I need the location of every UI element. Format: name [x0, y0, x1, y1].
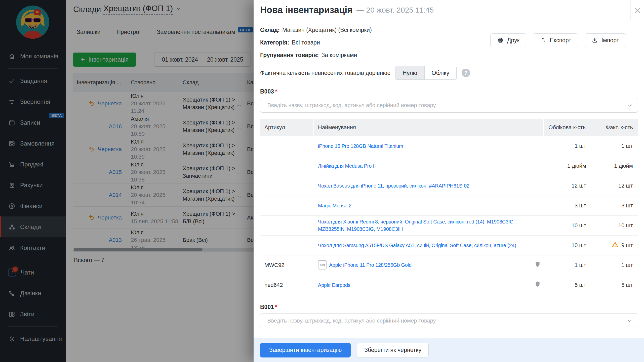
column-header[interactable]: Артикул — [260, 119, 314, 136]
toggle-option-Нулю[interactable]: Нулю — [395, 66, 424, 79]
close-icon — [634, 7, 641, 14]
product-link[interactable]: iPhone 15 Pro 128GB Natural Titanium — [318, 143, 403, 149]
product-name-cell: Magic Mouse 2 — [314, 202, 544, 209]
product-link[interactable]: Чохол для Xiaomi Redmi 8, червоний, Orig… — [318, 219, 515, 232]
export-button[interactable]: Експорт — [533, 33, 578, 47]
shield-icon — [534, 261, 541, 269]
column-header[interactable]: Облікова к-сть — [544, 119, 591, 136]
account-qty-cell: 1 дюйм — [544, 163, 591, 169]
fact-qty-value: 1 шт — [621, 262, 633, 268]
fact-qty-value: 3 шт — [621, 202, 633, 209]
button-label: Імпорт — [601, 37, 619, 44]
new-inventory-modal: Нова інвентаризація — 20 жовт. 2025 11:4… — [254, 0, 644, 362]
fact-qty-cell: 10 шт — [591, 222, 638, 229]
modal-footer: Завершити інвентаризацію Зберегти як чер… — [254, 338, 644, 362]
fact-qty-value: 12 шт — [618, 183, 633, 189]
fact-qty-value: 1 дюйм — [614, 163, 633, 169]
column-header[interactable]: Факт. к-сть — [591, 119, 638, 136]
account-qty-cell: 10 шт — [544, 222, 591, 229]
save-draft-button[interactable]: Зберегти як чернетку — [357, 343, 429, 357]
modal-title: Нова інвентаризація — [260, 5, 352, 15]
close-button[interactable] — [630, 0, 644, 20]
product-search-b003 — [260, 98, 638, 113]
modal-header: Нова інвентаризація — 20 жовт. 2025 11:4… — [254, 0, 644, 20]
product-link[interactable]: Apple iPhone 11 Pro 128/256Gb Gold — [329, 262, 412, 268]
product-name-cell: iPhone 15 Pro 128GB Natural Titanium — [314, 143, 544, 150]
fact-quantity-row: Фактична кількість невнесених товарів до… — [260, 66, 638, 80]
fact-qty-value: 9 шт — [621, 242, 633, 249]
fact-qty-cell: 1 шт — [591, 262, 638, 268]
modal-body: ДрукЕкспортІмпорт Склад:Магазин (Хрещати… — [254, 26, 644, 328]
product-row[interactable]: Чохол для Samsung A515F/DS Galaxy A51, с… — [260, 236, 638, 255]
import-icon — [591, 37, 598, 43]
fact-qty-cell: 1 шт — [591, 143, 638, 149]
info-line: Групування товарів:За комірками — [260, 52, 638, 59]
modal-datetime: — 20 жовт. 2025 11:45 — [356, 6, 434, 14]
account-qty-cell: 1 шт — [544, 262, 591, 268]
section-b003-title: B003* — [260, 88, 638, 95]
info-value: Всі товари — [292, 39, 320, 46]
section-b001-title: B001* — [260, 304, 638, 310]
toggle-option-Обліку[interactable]: Обліку — [424, 66, 456, 79]
warning-icon — [611, 241, 619, 250]
products-table: АртикулНайменуванняОблікова к-стьФакт. к… — [260, 119, 638, 295]
fact-quantity-toggle: НулюОбліку — [395, 66, 457, 80]
info-label: Склад: — [260, 27, 280, 33]
fact-quantity-label: Фактична кількість невнесених товарів до… — [260, 70, 390, 76]
info-value: Магазин (Хрещатик) (Всі комірки) — [282, 27, 372, 33]
finish-inventory-button[interactable]: Завершити інвентаризацію — [260, 343, 351, 357]
product-name-cell: Лінійка для Medusa Pro II — [314, 162, 544, 170]
product-name-cell: Чохол для Xiaomi Redmi 8, червоний, Orig… — [314, 218, 544, 233]
account-qty-cell: 1 шт — [544, 143, 591, 149]
export-icon — [540, 37, 546, 43]
column-header[interactable]: Найменування — [314, 119, 544, 136]
fact-qty-cell: 9 шт — [591, 241, 638, 250]
required-mark: * — [275, 88, 277, 95]
product-row[interactable]: Лінійка для Medusa Pro II1 дюйм1 дюйм — [260, 156, 638, 176]
product-link[interactable]: Magic Mouse 2 — [318, 203, 351, 208]
product-row[interactable]: Magic Mouse 23 шт3 шт — [260, 196, 638, 216]
product-row[interactable]: iPhone 15 Pro 128GB Natural Titanium1 шт… — [260, 136, 638, 156]
import-button[interactable]: Імпорт — [585, 33, 626, 47]
sku-cell: hed642 — [260, 282, 314, 288]
account-qty-cell: 10 шт — [544, 242, 591, 249]
product-row[interactable]: hed642Apple Earpods5 шт5 шт — [260, 275, 638, 295]
help-icon[interactable]: ? — [462, 69, 470, 77]
product-row[interactable]: Чохол для Xiaomi Redmi 8, червоний, Orig… — [260, 216, 638, 236]
product-name-cell: SNApple iPhone 11 Pro 128/256Gb Gold — [314, 261, 544, 270]
account-qty-cell: 5 шт — [544, 282, 591, 288]
print-icon — [497, 37, 504, 43]
product-row[interactable]: MWC92SNApple iPhone 11 Pro 128/256Gb Gol… — [260, 255, 638, 275]
product-name-cell: Чохол для Samsung A515F/DS Galaxy A51, с… — [314, 242, 544, 249]
shield-icon — [534, 281, 541, 289]
button-label: Друк — [507, 37, 520, 44]
product-row[interactable]: Чохол Baseus для iPhone 11, прозорий, си… — [260, 176, 638, 196]
fact-qty-value: 5 шт — [621, 282, 633, 288]
products-header-row: АртикулНайменуванняОблікова к-стьФакт. к… — [260, 119, 638, 136]
product-search-input[interactable] — [260, 313, 638, 328]
product-link[interactable]: Чохол для Samsung A515F/DS Galaxy A51, с… — [318, 243, 516, 248]
info-line: Склад:Магазин (Хрещатик) (Всі комірки) — [260, 26, 638, 33]
info-label: Категорія: — [260, 39, 289, 46]
button-label: Експорт — [550, 37, 571, 44]
print-button[interactable]: Друк — [490, 33, 527, 47]
fact-qty-value: 10 шт — [618, 222, 633, 229]
product-link[interactable]: Чохол Baseus для iPhone 11, прозорий, си… — [318, 183, 469, 189]
fact-qty-cell: 5 шт — [591, 282, 638, 288]
serial-number-badge: SN — [318, 260, 327, 269]
info-label: Групування товарів: — [260, 52, 319, 58]
info-value: За комірками — [321, 52, 357, 58]
product-search-b001 — [260, 313, 638, 328]
product-search-input[interactable] — [260, 98, 638, 113]
required-mark: * — [275, 304, 277, 310]
fact-qty-cell: 12 шт — [591, 183, 638, 189]
fact-qty-value: 1 шт — [621, 143, 633, 149]
account-qty-cell: 3 шт — [544, 202, 591, 209]
product-link[interactable]: Apple Earpods — [318, 282, 350, 288]
account-qty-cell: 12 шт — [544, 183, 591, 189]
product-name-cell: Apple Earpods — [314, 282, 544, 289]
fact-qty-cell: 3 шт — [591, 202, 638, 209]
app-screen: Моя компаніяЗавданняЗверненняЗаписиBETAЗ… — [0, 0, 644, 362]
product-name-cell: Чохол Baseus для iPhone 11, прозорий, си… — [314, 182, 544, 190]
product-link[interactable]: Лінійка для Medusa Pro II — [318, 163, 376, 169]
